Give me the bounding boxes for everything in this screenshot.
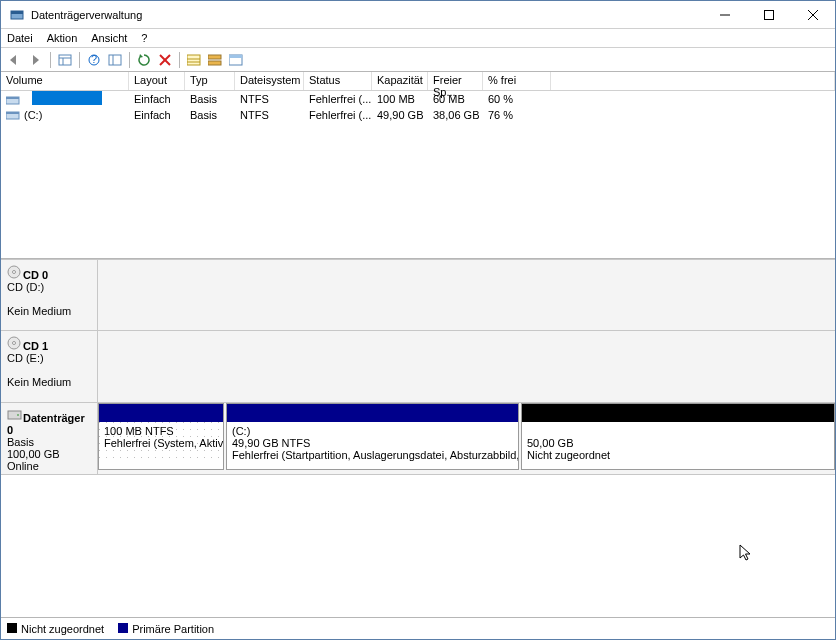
- cell-free: 38,06 GB: [428, 108, 483, 122]
- partition-header: [99, 404, 223, 422]
- menu-action[interactable]: Aktion: [47, 32, 78, 44]
- legend: Nicht zugeordnet Primäre Partition: [1, 617, 835, 639]
- cell-pfree: 60 %: [483, 92, 551, 106]
- minimize-button[interactable]: [703, 1, 747, 29]
- volume-name: (C:): [24, 109, 42, 121]
- disk-row[interactable]: Datenträger 0 Basis 100,00 GB Online 100…: [1, 403, 835, 475]
- svg-rect-1: [11, 11, 23, 14]
- svg-rect-11: [109, 55, 121, 65]
- back-button[interactable]: [5, 50, 25, 70]
- disk-sub: 100,00 GB: [7, 448, 91, 460]
- partition-header: [227, 404, 518, 422]
- col-pfree[interactable]: % frei: [483, 72, 551, 90]
- volume-icon: [6, 95, 20, 105]
- disk-sub: CD (E:): [7, 352, 91, 364]
- svg-rect-6: [59, 55, 71, 65]
- cd-icon: [7, 269, 23, 281]
- forward-button[interactable]: [26, 50, 46, 70]
- col-type[interactable]: Typ: [185, 72, 235, 90]
- partition-size: 50,00 GB: [527, 437, 829, 449]
- volume-list-icon[interactable]: [184, 50, 204, 70]
- partition-status: Fehlerfrei (Startpartition, Auslagerungs…: [232, 449, 513, 461]
- disk-row[interactable]: CD 0 CD (D:) Kein Medium: [1, 259, 835, 331]
- show-hide-tree-button[interactable]: [105, 50, 125, 70]
- volume-row[interactable]: (C:) Einfach Basis NTFS Fehlerfrei (... …: [1, 107, 835, 123]
- partition-size: 49,90 GB NTFS: [232, 437, 513, 449]
- svg-rect-18: [208, 55, 221, 59]
- cell-layout: Einfach: [129, 108, 185, 122]
- partition-label: (C:): [232, 425, 513, 437]
- svg-point-29: [13, 342, 16, 345]
- safe-for-work-icon[interactable]: [55, 50, 75, 70]
- svg-rect-21: [229, 55, 242, 58]
- cell-type: Basis: [185, 108, 235, 122]
- graphical-view: CD 0 CD (D:) Kein Medium CD 1 CD (E:) Ke…: [1, 259, 835, 639]
- cd-icon: [7, 340, 23, 352]
- help-button[interactable]: ?: [84, 50, 104, 70]
- volume-row[interactable]: Einfach Basis NTFS Fehlerfrei (... 100 M…: [1, 91, 835, 107]
- col-filesystem[interactable]: Dateisystem: [235, 72, 304, 90]
- separator-icon: [50, 52, 51, 68]
- svg-text:?: ?: [91, 54, 97, 65]
- disk-sub: Kein Medium: [7, 305, 91, 317]
- disk-sub: Kein Medium: [7, 376, 91, 388]
- disk-title: CD 1: [23, 340, 48, 352]
- svg-rect-23: [6, 97, 19, 99]
- svg-rect-30: [8, 411, 21, 419]
- volume-name: [32, 91, 102, 105]
- partition[interactable]: (C:) 49,90 GB NTFS Fehlerfrei (Startpart…: [226, 403, 519, 470]
- disk-title: CD 0: [23, 269, 48, 281]
- menu-help[interactable]: ?: [141, 32, 147, 44]
- partition-header: [522, 404, 834, 422]
- partition[interactable]: 100 MB NTFS Fehlerfrei (System, Aktiv, P…: [98, 403, 224, 470]
- svg-rect-15: [187, 55, 200, 65]
- graphical-view-icon[interactable]: [205, 50, 225, 70]
- hdd-icon: [7, 412, 23, 424]
- volume-list: Volume Layout Typ Dateisystem Status Kap…: [1, 72, 835, 259]
- cell-fs: NTFS: [235, 108, 304, 122]
- col-volume[interactable]: Volume: [1, 72, 129, 90]
- col-layout[interactable]: Layout: [129, 72, 185, 90]
- col-spacer: [551, 72, 835, 90]
- separator-icon: [129, 52, 130, 68]
- maximize-button[interactable]: [747, 1, 791, 29]
- legend-swatch-primary: [118, 623, 128, 633]
- cell-type: Basis: [185, 92, 235, 106]
- cell-cap: 49,90 GB: [372, 108, 428, 122]
- svg-rect-19: [208, 61, 221, 65]
- cell-cap: 100 MB: [372, 92, 428, 106]
- legend-swatch-unallocated: [7, 623, 17, 633]
- partition-size: 100 MB NTFS: [104, 425, 218, 437]
- menu-file[interactable]: Datei: [7, 32, 33, 44]
- col-free[interactable]: Freier Sp...: [428, 72, 483, 90]
- separator-icon: [79, 52, 80, 68]
- separator-icon: [179, 52, 180, 68]
- window-title: Datenträgerverwaltung: [31, 9, 703, 21]
- cell-pfree: 76 %: [483, 108, 551, 122]
- legend-unallocated: Nicht zugeordnet: [21, 623, 104, 635]
- col-status[interactable]: Status: [304, 72, 372, 90]
- disk-sub: Online: [7, 460, 91, 472]
- menu-view[interactable]: Ansicht: [91, 32, 127, 44]
- svg-point-27: [13, 271, 16, 274]
- cell-layout: Einfach: [129, 92, 185, 106]
- col-capacity[interactable]: Kapazität: [372, 72, 428, 90]
- disk-sub: CD (D:): [7, 281, 91, 293]
- svg-rect-25: [6, 112, 19, 114]
- app-icon: [9, 7, 25, 23]
- svg-rect-3: [765, 10, 774, 19]
- legend-primary: Primäre Partition: [132, 623, 214, 635]
- volume-icon: [6, 110, 20, 120]
- disk-list-icon[interactable]: [226, 50, 246, 70]
- cell-status: Fehlerfrei (...: [304, 92, 372, 106]
- close-button[interactable]: [791, 1, 835, 29]
- disk-row[interactable]: CD 1 CD (E:) Kein Medium: [1, 331, 835, 403]
- delete-button[interactable]: [155, 50, 175, 70]
- cell-status: Fehlerfrei (...: [304, 108, 372, 122]
- svg-point-31: [17, 414, 19, 416]
- toolbar: ?: [1, 48, 835, 72]
- partition[interactable]: 50,00 GB Nicht zugeordnet: [521, 403, 835, 470]
- partition-status: Fehlerfrei (System, Aktiv, Primäre Parti…: [104, 437, 218, 449]
- menu-bar: Datei Aktion Ansicht ?: [1, 29, 835, 48]
- refresh-button[interactable]: [134, 50, 154, 70]
